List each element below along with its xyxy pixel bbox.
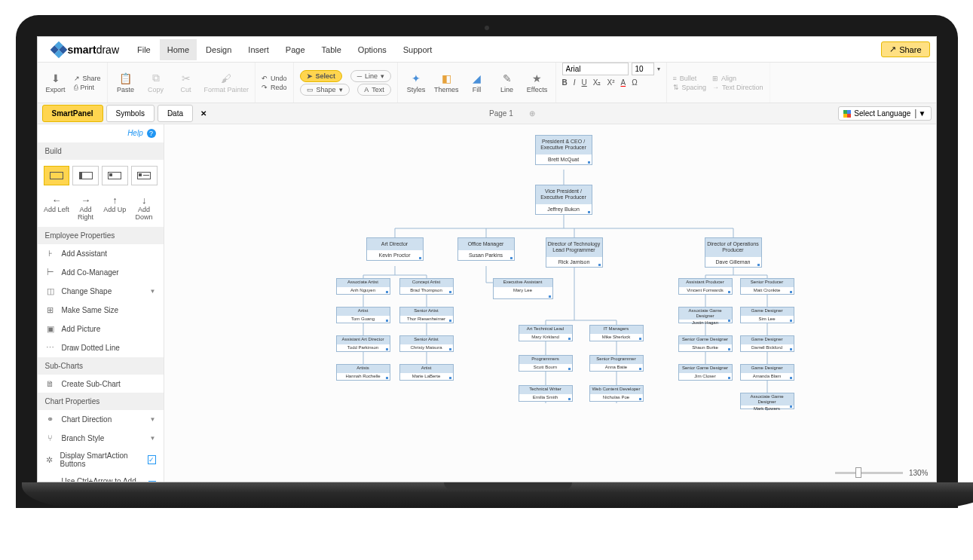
change-shape[interactable]: ◫Change Shape▼ (38, 282, 164, 301)
org-node[interactable]: Senior ArtistChristy Matsura (399, 335, 454, 352)
org-node[interactable]: Assistant Art DirectorTodd Parkinson (336, 335, 390, 352)
format-painter-button[interactable]: 🖌Format Painter (204, 72, 249, 93)
draw-dotted-line[interactable]: ⋯Draw Dotted Line (38, 338, 164, 357)
bold-button[interactable]: B (562, 78, 568, 87)
org-node[interactable]: Assistant ProducerVincent Forrwards (678, 278, 733, 295)
fill-button[interactable]: ◢Fill (465, 72, 489, 93)
menu-table[interactable]: Table (314, 39, 349, 60)
org-node[interactable]: Director of Operations ProducerDave Gill… (705, 237, 762, 268)
align-button[interactable]: ⊞ Align (712, 75, 763, 82)
add-page-button[interactable]: ⊕ (529, 109, 535, 118)
org-node[interactable]: IT ManagersMike Sherlock (589, 325, 644, 341)
org-node[interactable]: Game DesignerDarrell Bickford (740, 335, 794, 352)
org-node[interactable]: ArtistTom Guang (336, 307, 390, 323)
org-node[interactable]: Art Technical LeadMary Kirkland (519, 325, 573, 341)
add-assistant[interactable]: ⊦Add Assistant (38, 244, 164, 263)
org-node[interactable]: Art DirectorKevin Proctor (366, 237, 424, 261)
org-node[interactable]: Office ManagerSusan Parkins (457, 237, 515, 261)
org-node[interactable]: Executive AssistantMary Lee (493, 278, 553, 299)
menu-page[interactable]: Page (278, 39, 313, 60)
menu-support[interactable]: Support (396, 39, 440, 60)
cut-button[interactable]: ✂Cut (174, 72, 198, 93)
add-picture[interactable]: ▣Add Picture (38, 320, 164, 338)
org-node[interactable]: Senior Game DesignerShaun Burke (678, 335, 733, 352)
checkbox-checked-icon[interactable]: ✓ (148, 455, 156, 464)
org-node[interactable]: Concept ArtistBrad Thompson (399, 278, 454, 295)
select-tool[interactable]: ➤Select (300, 70, 343, 82)
org-node[interactable]: Game DesignerAmanda Blam (740, 364, 794, 381)
menu-design[interactable]: Design (198, 39, 239, 60)
shape-style-1[interactable] (44, 166, 70, 185)
zoom-control[interactable]: 130% (835, 469, 929, 477)
export-button[interactable]: ⬇Export (44, 72, 68, 93)
themes-button[interactable]: ◧Themes (434, 72, 459, 93)
org-node[interactable]: Associate ArtistAnh Nguyen (336, 278, 390, 295)
help-link[interactable]: Help ? (38, 124, 164, 142)
org-node[interactable]: Senior ProgrammerAnna Batie (589, 355, 644, 372)
redo-button[interactable]: ↷ Redo (262, 84, 287, 91)
text-direction-button[interactable]: → Text Direction (712, 84, 763, 91)
shape-style-3[interactable] (102, 166, 128, 185)
undo-button[interactable]: ↶ Undo (262, 75, 287, 82)
subscript-button[interactable]: X₂ (593, 78, 601, 87)
org-node[interactable]: Vice President / Executive ProducerJeffr… (535, 185, 592, 215)
shape-tool[interactable]: ▭Shape ▾ (300, 84, 350, 96)
italic-button[interactable]: I (574, 78, 576, 87)
line-style-button[interactable]: ✎Line (495, 72, 519, 93)
org-node[interactable]: Senior Game DesignerJim Closer (678, 364, 733, 381)
add-left-button[interactable]: ←Add Left (42, 194, 72, 221)
spacing-button[interactable]: ⇅ Spacing (673, 84, 707, 91)
bullet-button[interactable]: ≡ Bullet (673, 75, 707, 82)
add-comanager[interactable]: ⊢Add Co-Manager (38, 263, 164, 282)
add-down-button[interactable]: ↓Add Down (130, 194, 159, 221)
font-family-input[interactable] (562, 63, 629, 75)
add-right-button[interactable]: →Add Right (71, 194, 100, 221)
checkbox-checked-icon[interactable]: ✓ (148, 481, 156, 482)
org-node[interactable]: ArtistsHannah Rochelle (336, 364, 390, 381)
add-up-button[interactable]: ↑Add Up (100, 194, 130, 221)
use-ctrl-arrow[interactable]: ⌨Use Ctrl+Arrow to Add Shapes✓ (38, 473, 164, 482)
canvas[interactable]: President & CEO / Executive ProducerBret… (164, 124, 936, 482)
org-node[interactable]: Associate Game DesignerMark Bowers (740, 393, 794, 409)
zoom-slider[interactable] (835, 472, 903, 474)
org-node[interactable]: President & CEO / Executive ProducerBret… (535, 135, 592, 165)
make-same-size[interactable]: ⊞Make Same Size (38, 301, 164, 320)
font-size-input[interactable] (632, 63, 654, 75)
menu-home[interactable]: Home (160, 39, 197, 60)
effects-button[interactable]: ★Effects (525, 72, 549, 93)
branch-style[interactable]: ⑂Branch Style▼ (38, 429, 164, 447)
org-node[interactable]: Technical WriterEmilia Smith (519, 385, 573, 402)
share-small-button[interactable]: ↗ Share (74, 75, 101, 82)
org-node[interactable]: Associate Game DesignerJustin Hagan (678, 307, 733, 323)
create-subchart[interactable]: 🗎Create Sub-Chart (38, 375, 164, 393)
org-node[interactable]: Web Content DeveloperNicholas Poe (589, 385, 644, 402)
line-tool[interactable]: ─Line ▾ (350, 70, 391, 82)
chart-direction[interactable]: ⚭Chart Direction▼ (38, 410, 164, 429)
org-node[interactable]: ProgrammersScott Bourn (519, 355, 573, 372)
copy-button[interactable]: ⧉Copy (144, 72, 168, 93)
paste-button[interactable]: 📋Paste (114, 72, 138, 93)
styles-button[interactable]: ✦Styles (404, 72, 428, 93)
display-smartaction[interactable]: ✲Display SmartAction Buttons✓ (38, 447, 164, 473)
share-button[interactable]: ↗Share (881, 41, 929, 57)
shape-style-2[interactable] (72, 166, 99, 185)
menu-file[interactable]: File (130, 39, 158, 60)
font-color-button[interactable]: A (620, 78, 626, 87)
print-button[interactable]: ⎙ Print (74, 84, 101, 91)
org-node[interactable]: ArtistMarie LaBerte (399, 364, 454, 381)
chevron-right-icon[interactable]: › (169, 109, 171, 118)
menu-insert[interactable]: Insert (240, 39, 277, 60)
language-select[interactable]: Select Language│▼ (838, 106, 931, 121)
org-node[interactable]: Senior ArtistThor Riesenheimer (399, 307, 454, 323)
symbol-button[interactable]: Ω (632, 78, 637, 87)
org-node[interactable]: Game DesignerSim Lee (740, 307, 794, 323)
superscript-button[interactable]: X² (607, 78, 614, 87)
org-node[interactable]: Senior ProducerMatt Cronkite (740, 278, 794, 295)
tab-smartpanel[interactable]: SmartPanel (42, 105, 103, 122)
underline-button[interactable]: U (582, 78, 587, 87)
shape-style-4[interactable] (131, 166, 158, 185)
org-node[interactable]: Director of Technology Lead ProgrammerRi… (546, 237, 603, 268)
menu-options[interactable]: Options (350, 39, 394, 60)
tab-symbols[interactable]: Symbols (106, 105, 155, 122)
text-tool[interactable]: AText (357, 84, 391, 96)
